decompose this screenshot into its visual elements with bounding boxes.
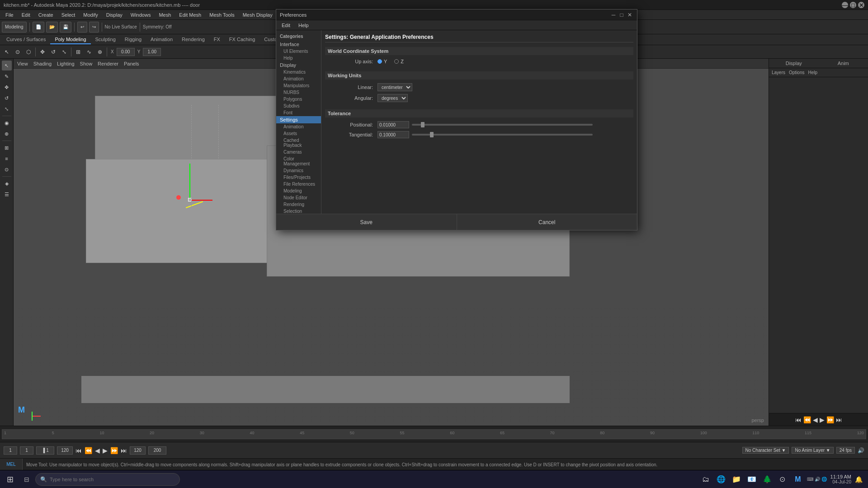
snap-curve[interactable]: ∿ xyxy=(84,47,94,57)
taskbar-folder[interactable]: 📁 xyxy=(729,472,744,487)
anim-layer-dropdown[interactable]: No Anim Layer ▼ xyxy=(792,447,833,454)
cat-help[interactable]: Help xyxy=(276,55,321,61)
taskbar-mail[interactable]: 📧 xyxy=(745,472,759,487)
cat-interface[interactable]: Interface xyxy=(276,41,321,48)
save-scene[interactable]: 💾 xyxy=(60,22,71,33)
cat-kinematics[interactable]: Kinematics xyxy=(276,69,321,75)
menu-mesh[interactable]: Mesh xyxy=(155,11,175,19)
cat-ui-elements[interactable]: UI Elements xyxy=(276,48,321,55)
play-btn[interactable]: ▶ xyxy=(820,416,825,423)
cat-rendering[interactable]: Rendering xyxy=(276,201,321,208)
vp-view[interactable]: View xyxy=(17,61,28,66)
positional-input[interactable]: 0.01000 xyxy=(377,121,409,128)
soft-select-btn[interactable]: ◉ xyxy=(2,118,12,128)
outliner-btn[interactable]: ☰ xyxy=(2,189,12,199)
char-set-dropdown[interactable]: No Character Set ▼ xyxy=(742,447,789,454)
notification-btn[interactable]: 🔔 xyxy=(855,476,863,483)
sound-btn[interactable]: 🔊 xyxy=(858,447,864,454)
bc-play-back[interactable]: ◀ xyxy=(95,447,100,454)
lasso-tool[interactable]: ⊙ xyxy=(13,47,23,57)
goto-start-btn[interactable]: ⏮ xyxy=(795,416,802,423)
cat-dynamics[interactable]: Dynamics xyxy=(276,167,321,174)
bc-goto-start[interactable]: ⏮ xyxy=(75,447,82,454)
snap-grid[interactable]: ⊞ xyxy=(73,47,83,57)
close-button[interactable]: ✕ xyxy=(858,2,864,8)
vp-panels[interactable]: Panels xyxy=(124,61,139,66)
tab-animation[interactable]: Animation xyxy=(146,35,177,44)
rpanel-options[interactable]: Options xyxy=(789,70,804,75)
taskbar-maya[interactable]: M xyxy=(791,472,805,487)
open-scene[interactable]: 📂 xyxy=(46,22,58,33)
prefs-menu-help[interactable]: Help xyxy=(295,22,312,29)
up-axis-y-option[interactable]: Y xyxy=(377,59,387,64)
prefs-menu-edit[interactable]: Edit xyxy=(278,22,294,29)
cat-nurbs[interactable]: NURBS xyxy=(276,89,321,96)
rpanel-help[interactable]: Help xyxy=(808,70,817,75)
frame-current-input[interactable]: 1 xyxy=(20,446,33,455)
snap-point[interactable]: ⊕ xyxy=(95,47,105,57)
tab-fx-caching[interactable]: FX Caching xyxy=(225,35,259,44)
prefs-maximize[interactable]: □ xyxy=(618,11,625,19)
prefs-save-button[interactable]: Save xyxy=(276,214,457,230)
maximize-button[interactable]: □ xyxy=(850,2,856,8)
cat-animation[interactable]: Animation xyxy=(276,75,321,82)
playback-end[interactable]: 200 xyxy=(148,446,166,455)
cat-color-management[interactable]: Color Management xyxy=(276,155,321,167)
cat-file-references[interactable]: File References xyxy=(276,181,321,188)
menu-edit[interactable]: Edit xyxy=(18,11,34,19)
cat-font[interactable]: Font xyxy=(276,109,321,116)
tab-curves-surfaces[interactable]: Curves / Surfaces xyxy=(2,35,50,44)
fps-dropdown[interactable]: 24 fps xyxy=(836,447,855,454)
show-manip-btn[interactable]: ⊕ xyxy=(2,129,12,139)
menu-modify[interactable]: Modify xyxy=(80,11,101,19)
minimize-button[interactable]: — xyxy=(842,2,848,8)
linear-dropdown[interactable]: centimeter millimeter meter inch foot xyxy=(377,83,412,91)
step-fwd-btn[interactable]: ⏩ xyxy=(826,416,834,423)
bc-play[interactable]: ▶ xyxy=(103,447,108,454)
tab-sculpting[interactable]: Sculpting xyxy=(91,35,120,44)
tab-fx[interactable]: FX xyxy=(209,35,225,44)
menu-edit-mesh[interactable]: Edit Mesh xyxy=(175,11,205,19)
cat-settings[interactable]: Settings xyxy=(276,116,321,123)
move-tool[interactable]: ✥ xyxy=(38,47,47,57)
prefs-cancel-button[interactable]: Cancel xyxy=(457,214,637,230)
frame-end-input[interactable]: 120 xyxy=(57,446,73,455)
positional-slider-thumb[interactable] xyxy=(421,122,425,127)
cat-settings-animation[interactable]: Animation xyxy=(276,123,321,130)
tray-icons[interactable]: ⌨ 🔊 🌐 xyxy=(807,477,827,482)
goto-end-btn[interactable]: ⏭ xyxy=(836,416,842,423)
taskbar-file-explorer[interactable]: 🗂 xyxy=(698,472,713,487)
taskbar-edge[interactable]: 🌐 xyxy=(714,472,728,487)
cat-files-projects[interactable]: Files/Projects xyxy=(276,174,321,181)
task-view-btn[interactable]: ⊟ xyxy=(20,473,33,486)
attr-editor-btn[interactable]: ⊙ xyxy=(2,164,12,174)
tab-poly-modeling[interactable]: Poly Modeling xyxy=(50,35,90,44)
cat-assets[interactable]: Assets xyxy=(276,130,321,137)
taskbar-chrome[interactable]: ⊙ xyxy=(775,472,790,487)
tangential-input[interactable]: 0.10000 xyxy=(377,131,409,138)
snap-settings-btn[interactable]: ⊞ xyxy=(2,143,12,153)
scale-mode-btn[interactable]: ⤡ xyxy=(2,104,12,114)
rpanel-layers[interactable]: Layers xyxy=(772,70,785,75)
tangential-slider-thumb[interactable] xyxy=(430,132,434,137)
cat-cameras[interactable]: Cameras xyxy=(276,149,321,155)
prefs-close[interactable]: ✕ xyxy=(626,11,633,19)
move-mode-btn[interactable]: ✥ xyxy=(2,82,12,92)
menu-windows[interactable]: Windows xyxy=(127,11,155,19)
rotate-mode-btn[interactable]: ↺ xyxy=(2,93,12,103)
redo[interactable]: ↪ xyxy=(89,22,99,33)
vp-lighting[interactable]: Lighting xyxy=(57,61,75,66)
playback-start[interactable] xyxy=(130,446,146,455)
start-button[interactable]: ⊞ xyxy=(2,471,18,488)
menu-mesh-display[interactable]: Mesh Display xyxy=(239,11,276,19)
cat-node-editor[interactable]: Node Editor xyxy=(276,194,321,201)
paint-btn[interactable]: ✎ xyxy=(2,71,12,81)
prefs-minimize[interactable]: ─ xyxy=(610,11,617,19)
vp-show[interactable]: Show xyxy=(80,61,93,66)
bc-goto-end[interactable]: ⏭ xyxy=(121,447,127,454)
cat-selection[interactable]: Selection xyxy=(276,208,321,214)
play-back-btn[interactable]: ◀ xyxy=(813,416,818,423)
menu-display[interactable]: Display xyxy=(103,11,126,19)
menu-file[interactable]: File xyxy=(2,11,17,19)
rpanel-anim-tab[interactable]: Anim xyxy=(819,59,868,68)
